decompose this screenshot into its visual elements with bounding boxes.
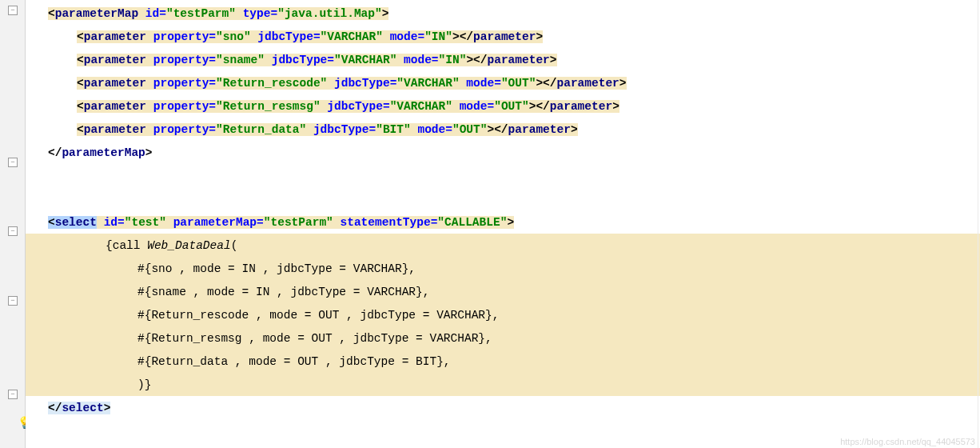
gutter: − − − − − 💡 bbox=[0, 0, 26, 448]
code-line[interactable]: )} bbox=[26, 373, 980, 396]
code-editor[interactable]: <parameterMap id="testParm" type="java.u… bbox=[26, 0, 980, 448]
tag-bracket: < bbox=[48, 7, 55, 20]
code-line[interactable] bbox=[26, 164, 980, 187]
code-line[interactable]: <parameter property="Return_resmsg" jdbc… bbox=[26, 94, 980, 118]
watermark: https://blog.csdn.net/qq_44045573 bbox=[840, 437, 975, 446]
code-line[interactable]: </select> bbox=[26, 396, 980, 419]
scrollbar-area[interactable] bbox=[978, 0, 978, 448]
code-line[interactable]: #{Return_data , mode = OUT , jdbcType = … bbox=[26, 350, 980, 373]
fold-icon[interactable]: − bbox=[8, 226, 18, 236]
code-line[interactable]: <parameter property="Return_data" jdbcTy… bbox=[26, 118, 980, 141]
fold-icon[interactable]: − bbox=[8, 296, 18, 306]
code-line[interactable] bbox=[26, 187, 980, 210]
fold-icon[interactable]: − bbox=[8, 390, 18, 399]
attr-value: java.util.Map bbox=[285, 7, 375, 20]
code-line[interactable]: <select id="test" parameterMap="testParm… bbox=[26, 210, 980, 234]
code-line[interactable]: {call Web_DataDeal( bbox=[26, 234, 980, 257]
code-line[interactable]: #{sname , mode = IN , jdbcType = VARCHAR… bbox=[26, 280, 980, 303]
code-line[interactable]: </parameterMap> bbox=[26, 141, 980, 164]
code-line[interactable]: <parameterMap id="testParm" type="java.u… bbox=[26, 2, 980, 25]
tag-name: parameter bbox=[84, 30, 146, 43]
tag-bracket: > bbox=[382, 7, 389, 20]
attr-name: type bbox=[243, 7, 271, 20]
fold-icon[interactable]: − bbox=[8, 158, 18, 167]
attr-name: id bbox=[145, 7, 159, 20]
fold-icon[interactable]: − bbox=[8, 6, 18, 15]
tag-name: parameterMap bbox=[55, 7, 138, 20]
code-line[interactable]: #{sno , mode = IN , jdbcType = VARCHAR}, bbox=[26, 257, 980, 280]
code-line[interactable]: <parameter property="sno" jdbcType="VARC… bbox=[26, 25, 980, 48]
code-line[interactable]: <parameter property="sname" jdbcType="VA… bbox=[26, 48, 980, 71]
attr-value: testParm bbox=[173, 7, 229, 20]
code-line[interactable]: #{Return_rescode , mode = OUT , jdbcType… bbox=[26, 303, 980, 326]
code-line[interactable]: #{Return_resmsg , mode = OUT , jdbcType … bbox=[26, 326, 980, 350]
code-line[interactable]: <parameter property="Return_rescode" jdb… bbox=[26, 71, 980, 94]
